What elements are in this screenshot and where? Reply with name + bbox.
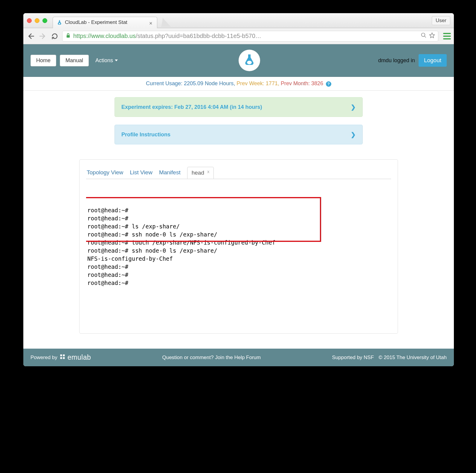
tab-close-icon[interactable]: ×: [149, 20, 153, 25]
address-bar[interactable]: https://www.cloudlab.us/status.php?uuid=…: [62, 31, 438, 42]
help-icon[interactable]: ?: [326, 81, 331, 87]
info-panels: Experiment expires: Feb 27, 2016 4:04 AM…: [115, 97, 363, 144]
actions-dropdown[interactable]: Actions: [92, 55, 121, 66]
tab-title: CloudLab - Experiment Stat: [65, 19, 144, 25]
svg-rect-5: [63, 355, 65, 356]
site-logo-container: [124, 50, 375, 71]
site-header: Home Manual Actions dmdu logged in Logou…: [23, 44, 454, 77]
profile-instructions-title: Profile Instructions: [121, 132, 170, 138]
page-content: Current Usage: 2205.09 Node Hours, Prev …: [23, 77, 454, 349]
url-text: https://www.cloudlab.us/status.php?uuid=…: [73, 33, 418, 39]
maximize-window-button[interactable]: [42, 18, 47, 23]
manual-button[interactable]: Manual: [60, 55, 89, 66]
tab-favicon-icon: [57, 19, 62, 25]
footer-help-link[interactable]: Question or comment? Join the Help Forum: [93, 355, 329, 361]
chevron-right-icon: ❯: [351, 131, 356, 138]
svg-rect-1: [67, 35, 70, 37]
terminal-line: root@head:~# ssh node-0 ls /exp-share/: [87, 247, 390, 255]
prev-month-text: Prev Month: 3826: [281, 80, 323, 86]
search-icon[interactable]: [421, 32, 427, 40]
svg-rect-4: [60, 355, 62, 356]
terminal-panel: Topology View List View Manifest head x …: [79, 159, 398, 334]
minimize-window-button[interactable]: [35, 18, 39, 23]
emulab-text: emulab: [68, 353, 91, 361]
tab-manifest[interactable]: Manifest: [159, 166, 181, 179]
emulab-logo-icon: [60, 354, 65, 361]
reload-button[interactable]: [50, 32, 59, 41]
lock-icon: [65, 33, 71, 39]
home-button[interactable]: Home: [30, 55, 56, 66]
terminal-line: root@head:~# ls /exp-share/: [87, 222, 390, 231]
terminal-line: root@head:~#: [87, 214, 390, 222]
terminal-line: root@head:~#: [87, 263, 390, 271]
logged-in-text: dmdu logged in: [378, 57, 415, 64]
svg-point-0: [59, 23, 60, 25]
terminal-line: root@head:~# touch /exp-share/NFS-is-con…: [87, 239, 390, 247]
tab-head-label: head: [192, 170, 204, 176]
chrome-menu-icon[interactable]: [443, 33, 451, 39]
terminal-line: root@head:~# ssh node-0 ls /exp-share/: [87, 231, 390, 239]
terminal-line: NFS-is-configured-by-Chef: [87, 255, 390, 263]
tab-topology-view[interactable]: Topology View: [87, 166, 123, 179]
back-button[interactable]: [26, 32, 35, 41]
svg-rect-6: [60, 357, 62, 359]
experiment-expires-title: Experiment expires: Feb 27, 2016 4:04 AM…: [121, 104, 262, 110]
tab-close-icon[interactable]: x: [207, 169, 210, 174]
svg-point-2: [422, 33, 425, 37]
chrome-user-button[interactable]: User: [432, 16, 450, 25]
usage-summary: Current Usage: 2205.09 Node Hours, Prev …: [23, 77, 454, 91]
experiment-expires-panel[interactable]: Experiment expires: Feb 27, 2016 4:04 AM…: [115, 97, 363, 117]
window-titlebar: CloudLab - Experiment Stat × User: [23, 13, 454, 28]
svg-rect-7: [63, 357, 65, 359]
address-bar-row: https://www.cloudlab.us/status.php?uuid=…: [23, 28, 454, 44]
bookmark-star-icon[interactable]: [429, 32, 435, 40]
copyright-text: © 2015 The University of Utah: [379, 355, 447, 361]
terminal-line: root@head:~#: [87, 279, 390, 287]
terminal-output[interactable]: root@head:~#root@head:~#root@head:~# ls …: [86, 179, 391, 326]
forward-button[interactable]: [38, 32, 47, 41]
footer-right: Supported by NSF © 2015 The University o…: [332, 355, 447, 361]
powered-by-label: Powered by: [30, 355, 57, 361]
current-usage-text: Current Usage: 2205.09 Node Hours,: [146, 80, 235, 86]
terminal-line: root@head:~#: [87, 271, 390, 279]
terminal-line: root@head:~#: [87, 206, 390, 214]
chevron-right-icon: ❯: [351, 103, 356, 111]
terminal-tabs: Topology View List View Manifest head x: [86, 166, 391, 179]
svg-line-3: [425, 36, 426, 38]
site-footer: Powered by emulab Question or comment? J…: [23, 349, 454, 366]
prev-week-text: Prev Week: 1771,: [237, 80, 279, 86]
actions-label: Actions: [95, 57, 113, 64]
cloudlab-logo-icon[interactable]: [239, 50, 260, 71]
profile-instructions-panel[interactable]: Profile Instructions ❯: [115, 125, 363, 144]
new-tab-button[interactable]: [158, 18, 171, 27]
browser-window: CloudLab - Experiment Stat × User https:…: [23, 13, 454, 366]
supported-by-text: Supported by NSF: [332, 355, 374, 361]
close-window-button[interactable]: [27, 18, 32, 23]
caret-down-icon: [115, 59, 118, 61]
logout-button[interactable]: Logout: [419, 54, 447, 67]
tab-list-view[interactable]: List View: [130, 166, 152, 179]
browser-tab[interactable]: CloudLab - Experiment Stat ×: [53, 17, 157, 28]
tab-head-terminal[interactable]: head x: [187, 167, 214, 179]
traffic-lights: [27, 18, 47, 23]
